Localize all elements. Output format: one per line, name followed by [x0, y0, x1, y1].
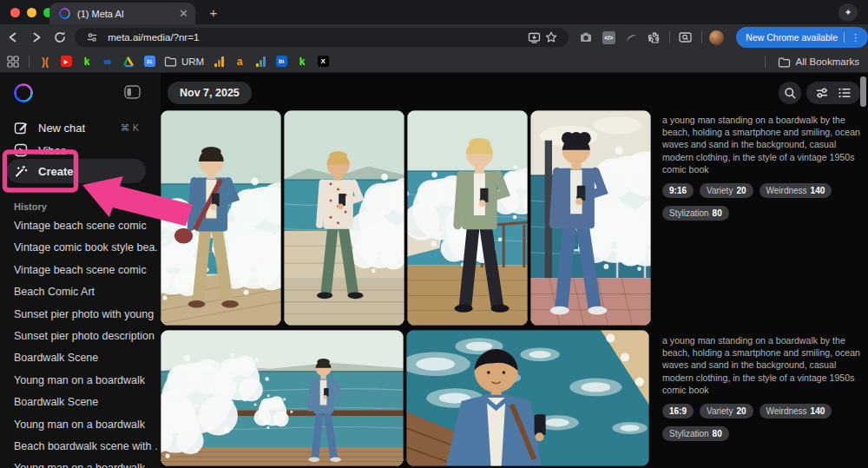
history-item[interactable]: Young man on a boardwalk	[14, 463, 157, 468]
vibes-play-icon	[14, 143, 28, 157]
drive-icon[interactable]	[122, 55, 135, 69]
site-settings-icon[interactable]	[83, 29, 101, 46]
url-text[interactable]: meta.ai/media/?nr=1	[108, 32, 525, 43]
tab-close-icon[interactable]: ✕	[179, 8, 188, 19]
history-heading: History	[14, 201, 47, 212]
prompt-panel: a young man standing on a boardwalk by t…	[662, 334, 867, 441]
code-extension-icon[interactable]: </>	[600, 29, 617, 46]
parameter-chip[interactable]: Variety20	[700, 404, 753, 419]
extension-row: </> New Chrome available ⋮	[577, 27, 868, 48]
toolbar-divider	[701, 31, 702, 43]
minimize-window-button[interactable]	[27, 8, 36, 17]
sidebar-item-label: New chat	[38, 122, 85, 135]
chrome-update-label: New Chrome available	[746, 32, 838, 43]
forward-button[interactable]	[27, 27, 47, 48]
kebab-menu-icon[interactable]: ⋮	[844, 32, 860, 43]
history-item[interactable]: Beach Comic Art	[14, 287, 157, 298]
collapse-sidebar-icon[interactable]	[124, 85, 141, 102]
parameter-chip[interactable]: Stylization80	[662, 206, 729, 221]
parameter-chips: Stylization80	[662, 206, 867, 221]
compose-icon	[14, 121, 28, 135]
meta-ai-app: New chat ⌘ K Vibes Create History Vintag…	[0, 73, 868, 468]
browser-tab[interactable]: (1) Meta AI ✕	[49, 3, 195, 24]
search-icon	[784, 87, 797, 100]
bookmark-star-icon[interactable]	[542, 29, 560, 46]
history-item[interactable]: Vintage beach scene comic	[14, 221, 157, 232]
tab-search-icon[interactable]	[677, 29, 694, 46]
new-tab-button[interactable]: +	[205, 4, 222, 22]
kick-icon[interactable]: k	[81, 55, 93, 69]
tab-organize-sparkle-icon[interactable]: ✦	[838, 3, 858, 22]
tab-strip: (1) Meta AI ✕ + ✦	[0, 0, 868, 24]
youtube-icon[interactable]: ▶	[60, 55, 72, 69]
scrollbar-thumb[interactable]	[860, 76, 866, 107]
screenshot-extension-icon[interactable]	[577, 29, 595, 46]
generated-image-card[interactable]	[406, 330, 649, 466]
browser-window: (1) Meta AI ✕ + ✦ meta.ai/media/?nr=1	[0, 0, 868, 468]
sidebar: New chat ⌘ K Vibes Create History Vintag…	[0, 73, 161, 468]
prompt-panel: a young man standing on a boardwalk by t…	[662, 114, 867, 221]
folder-icon	[778, 56, 791, 68]
generated-image-card[interactable]	[161, 110, 281, 326]
prompt-text: a young man standing on a boardwalk by t…	[662, 114, 867, 175]
back-button[interactable]	[3, 27, 23, 48]
address-bar[interactable]: meta.ai/media/?nr=1	[75, 28, 569, 47]
extensions-puzzle-icon[interactable]	[645, 29, 662, 46]
history-item[interactable]: Vintage comic book style bea...	[14, 242, 157, 254]
list-view-icon[interactable]	[838, 87, 852, 99]
toolbar-divider	[669, 31, 670, 43]
calendar-icon[interactable]: 31	[143, 55, 155, 69]
meta-icon[interactable]: ∞	[102, 55, 114, 69]
amazon-icon[interactable]: a	[233, 55, 246, 69]
history-item[interactable]: Young man on a boardwalk	[14, 375, 157, 386]
ads-icon[interactable]	[254, 55, 266, 69]
prompt-text: a young man standing on a boardwalk by t…	[662, 334, 867, 396]
x-icon[interactable]: X	[317, 55, 329, 69]
filter-sliders-icon[interactable]	[815, 87, 829, 99]
parameter-chip[interactable]: Stylization80	[662, 426, 729, 441]
profile-avatar[interactable]	[709, 30, 724, 45]
folder-urm-icon[interactable]: URM	[164, 55, 204, 69]
kick2-icon[interactable]: k	[296, 55, 308, 69]
generated-image-card[interactable]	[530, 110, 651, 326]
meta-ai-favicon-icon	[59, 8, 70, 19]
parameter-chip[interactable]: 16:9	[662, 404, 694, 419]
linkedin-icon[interactable]: in	[275, 55, 287, 69]
close-window-button[interactable]	[10, 8, 20, 17]
parameter-chip[interactable]: Weirdness140	[760, 183, 832, 198]
generated-image-card[interactable]	[284, 110, 404, 326]
meta-ai-logo-icon[interactable]	[14, 83, 33, 102]
all-bookmarks-button[interactable]: All Bookmarks	[763, 50, 860, 73]
parameter-chip[interactable]: Variety20	[700, 183, 753, 198]
paren-logo-icon[interactable]: )(	[39, 55, 51, 69]
generated-image-card[interactable]	[161, 330, 404, 466]
reload-button[interactable]	[49, 27, 69, 48]
view-options	[806, 82, 860, 104]
sidebar-item-create[interactable]: Create	[7, 159, 146, 183]
swoosh-extension-icon[interactable]	[622, 29, 640, 46]
install-app-icon[interactable]	[525, 29, 542, 46]
history-item[interactable]: Beach boardwalk scene with ...	[14, 441, 157, 452]
sidebar-item-label: Create	[38, 165, 73, 178]
bookmark-folder-label: URM	[181, 56, 204, 67]
history-item[interactable]: Young man on a boardwalk	[14, 419, 157, 431]
history-item[interactable]: Sunset pier photo description	[14, 331, 157, 342]
parameter-chip[interactable]: Weirdness140	[760, 404, 832, 419]
macos-traffic-lights	[10, 8, 53, 17]
search-button[interactable]	[779, 82, 801, 104]
generated-image-card[interactable]	[407, 110, 528, 326]
history-item[interactable]: Boardwalk Scene	[14, 397, 157, 408]
apps-grid-icon[interactable]	[7, 55, 19, 69]
history-item[interactable]: Boardwalk Scene	[14, 353, 157, 364]
tab-title: (1) Meta AI	[77, 9, 179, 19]
sidebar-item-new-chat[interactable]: New chat ⌘ K	[7, 116, 146, 139]
parameter-chip[interactable]: 9:16	[662, 183, 694, 198]
history-item[interactable]: Sunset pier photo with young ...	[14, 309, 157, 320]
bookmarks-divider	[29, 56, 30, 68]
analytics-icon[interactable]	[213, 55, 225, 69]
shortcut-hint: ⌘ K	[121, 122, 139, 134]
date-chip: Nov 7, 2025	[168, 82, 252, 104]
history-item[interactable]: Vintage beach scene comic	[14, 265, 157, 276]
chrome-update-button[interactable]: New Chrome available ⋮	[736, 27, 868, 48]
history-list: Vintage beach scene comicVintage comic b…	[14, 221, 157, 468]
